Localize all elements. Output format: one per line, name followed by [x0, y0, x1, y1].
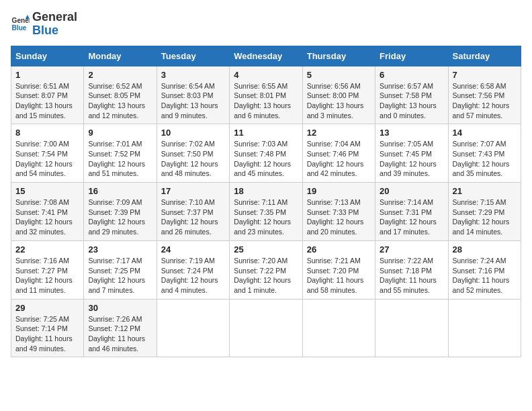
day-number: 11 — [234, 128, 298, 138]
calendar-cell: 14 Sunrise: 7:07 AM Sunset: 7:43 PM Dayl… — [448, 124, 521, 183]
day-number: 15 — [15, 186, 79, 196]
calendar-cell: 19 Sunrise: 7:13 AM Sunset: 7:33 PM Dayl… — [302, 183, 375, 241]
dow-header-monday: Monday — [84, 46, 157, 66]
calendar-cell: 1 Sunrise: 6:51 AM Sunset: 8:07 PM Dayli… — [11, 66, 84, 124]
day-number: 28 — [453, 244, 517, 255]
calendar-cell: 20 Sunrise: 7:14 AM Sunset: 7:31 PM Dayl… — [375, 183, 448, 241]
day-detail: Sunrise: 7:16 AM Sunset: 7:27 PM Dayligh… — [15, 256, 79, 295]
day-detail: Sunrise: 7:09 AM Sunset: 7:39 PM Dayligh… — [88, 197, 152, 237]
calendar-cell: 25 Sunrise: 7:20 AM Sunset: 7:22 PM Dayl… — [230, 240, 302, 299]
day-detail: Sunrise: 7:26 AM Sunset: 7:12 PM Dayligh… — [88, 314, 152, 354]
day-detail: Sunrise: 7:20 AM Sunset: 7:22 PM Dayligh… — [234, 256, 298, 295]
day-number: 30 — [88, 303, 152, 313]
calendar-cell: 5 Sunrise: 6:56 AM Sunset: 8:00 PM Dayli… — [302, 66, 375, 124]
day-detail: Sunrise: 7:22 AM Sunset: 7:18 PM Dayligh… — [380, 256, 443, 295]
day-number: 20 — [380, 186, 443, 196]
logo-general: General — [32, 11, 77, 24]
calendar-cell: 11 Sunrise: 7:03 AM Sunset: 7:48 PM Dayl… — [230, 124, 302, 183]
day-number: 23 — [88, 244, 152, 255]
day-number: 21 — [453, 186, 517, 196]
day-detail: Sunrise: 7:25 AM Sunset: 7:14 PM Dayligh… — [15, 314, 79, 354]
day-detail: Sunrise: 7:24 AM Sunset: 7:16 PM Dayligh… — [453, 256, 517, 295]
day-number: 29 — [15, 303, 79, 313]
day-detail: Sunrise: 7:14 AM Sunset: 7:31 PM Dayligh… — [380, 197, 443, 237]
calendar-cell: 28 Sunrise: 7:24 AM Sunset: 7:16 PM Dayl… — [448, 240, 521, 299]
calendar-table: SundayMondayTuesdayWednesdayThursdayFrid… — [11, 46, 521, 358]
calendar-cell: 26 Sunrise: 7:21 AM Sunset: 7:20 PM Dayl… — [302, 240, 375, 299]
calendar-cell: 13 Sunrise: 7:05 AM Sunset: 7:45 PM Dayl… — [375, 124, 448, 183]
day-number: 8 — [15, 128, 79, 138]
calendar-cell — [157, 299, 229, 357]
day-detail: Sunrise: 7:10 AM Sunset: 7:37 PM Dayligh… — [161, 197, 225, 237]
day-detail: Sunrise: 6:58 AM Sunset: 7:56 PM Dayligh… — [453, 81, 517, 121]
calendar-cell: 2 Sunrise: 6:52 AM Sunset: 8:05 PM Dayli… — [84, 66, 157, 124]
calendar-cell: 16 Sunrise: 7:09 AM Sunset: 7:39 PM Dayl… — [84, 183, 157, 241]
day-number: 18 — [234, 186, 298, 196]
dow-header-wednesday: Wednesday — [230, 46, 302, 66]
dow-header-friday: Friday — [375, 46, 448, 66]
day-number: 9 — [88, 128, 152, 138]
day-number: 14 — [453, 128, 517, 138]
day-detail: Sunrise: 7:03 AM Sunset: 7:48 PM Dayligh… — [234, 139, 298, 179]
calendar-cell: 23 Sunrise: 7:17 AM Sunset: 7:25 PM Dayl… — [84, 240, 157, 299]
day-detail: Sunrise: 7:08 AM Sunset: 7:41 PM Dayligh… — [15, 197, 79, 237]
dow-header-tuesday: Tuesday — [157, 46, 229, 66]
day-detail: Sunrise: 7:07 AM Sunset: 7:43 PM Dayligh… — [453, 139, 517, 179]
calendar-cell: 15 Sunrise: 7:08 AM Sunset: 7:41 PM Dayl… — [11, 183, 84, 241]
calendar-cell: 6 Sunrise: 6:57 AM Sunset: 7:58 PM Dayli… — [375, 66, 448, 124]
day-number: 10 — [161, 128, 225, 138]
day-number: 3 — [161, 70, 225, 80]
page-header: General Blue General Blue — [11, 11, 521, 38]
day-detail: Sunrise: 6:56 AM Sunset: 8:00 PM Dayligh… — [307, 81, 371, 121]
calendar-cell: 24 Sunrise: 7:19 AM Sunset: 7:24 PM Dayl… — [157, 240, 229, 299]
day-detail: Sunrise: 7:05 AM Sunset: 7:45 PM Dayligh… — [380, 139, 443, 179]
day-detail: Sunrise: 7:21 AM Sunset: 7:20 PM Dayligh… — [307, 256, 371, 295]
dow-header-saturday: Saturday — [448, 46, 521, 66]
calendar-cell: 18 Sunrise: 7:11 AM Sunset: 7:35 PM Dayl… — [230, 183, 302, 241]
calendar-cell: 29 Sunrise: 7:25 AM Sunset: 7:14 PM Dayl… — [11, 299, 84, 357]
calendar-cell: 10 Sunrise: 7:02 AM Sunset: 7:50 PM Dayl… — [157, 124, 229, 183]
logo: General Blue General Blue — [11, 11, 77, 38]
day-detail: Sunrise: 7:15 AM Sunset: 7:29 PM Dayligh… — [453, 197, 517, 237]
svg-text:Blue: Blue — [12, 24, 27, 32]
day-number: 4 — [234, 70, 298, 80]
calendar-cell — [448, 299, 521, 357]
logo-blue: Blue — [32, 24, 77, 38]
day-detail: Sunrise: 6:57 AM Sunset: 7:58 PM Dayligh… — [380, 81, 443, 121]
day-detail: Sunrise: 7:01 AM Sunset: 7:52 PM Dayligh… — [88, 139, 152, 179]
calendar-cell: 3 Sunrise: 6:54 AM Sunset: 8:03 PM Dayli… — [157, 66, 229, 124]
day-number: 6 — [380, 70, 443, 80]
dow-header-thursday: Thursday — [302, 46, 375, 66]
calendar-cell: 21 Sunrise: 7:15 AM Sunset: 7:29 PM Dayl… — [448, 183, 521, 241]
calendar-cell: 7 Sunrise: 6:58 AM Sunset: 7:56 PM Dayli… — [448, 66, 521, 124]
calendar-cell — [302, 299, 375, 357]
day-detail: Sunrise: 7:02 AM Sunset: 7:50 PM Dayligh… — [161, 139, 225, 179]
day-detail: Sunrise: 6:54 AM Sunset: 8:03 PM Dayligh… — [161, 81, 225, 121]
calendar-cell: 22 Sunrise: 7:16 AM Sunset: 7:27 PM Dayl… — [11, 240, 84, 299]
calendar-cell: 9 Sunrise: 7:01 AM Sunset: 7:52 PM Dayli… — [84, 124, 157, 183]
calendar-cell: 17 Sunrise: 7:10 AM Sunset: 7:37 PM Dayl… — [157, 183, 229, 241]
day-detail: Sunrise: 6:51 AM Sunset: 8:07 PM Dayligh… — [15, 81, 79, 121]
day-number: 2 — [88, 70, 152, 80]
day-number: 5 — [307, 70, 371, 80]
day-number: 1 — [15, 70, 79, 80]
day-number: 16 — [88, 186, 152, 196]
day-number: 12 — [307, 128, 371, 138]
calendar-cell: 27 Sunrise: 7:22 AM Sunset: 7:18 PM Dayl… — [375, 240, 448, 299]
calendar-cell: 4 Sunrise: 6:55 AM Sunset: 8:01 PM Dayli… — [230, 66, 302, 124]
day-number: 22 — [15, 244, 79, 255]
day-number: 24 — [161, 244, 225, 255]
calendar-cell: 30 Sunrise: 7:26 AM Sunset: 7:12 PM Dayl… — [84, 299, 157, 357]
day-detail: Sunrise: 7:19 AM Sunset: 7:24 PM Dayligh… — [161, 256, 225, 295]
day-number: 25 — [234, 244, 298, 255]
day-detail: Sunrise: 6:52 AM Sunset: 8:05 PM Dayligh… — [88, 81, 152, 121]
day-detail: Sunrise: 7:04 AM Sunset: 7:46 PM Dayligh… — [307, 139, 371, 179]
day-detail: Sunrise: 7:00 AM Sunset: 7:54 PM Dayligh… — [15, 139, 79, 179]
day-detail: Sunrise: 7:13 AM Sunset: 7:33 PM Dayligh… — [307, 197, 371, 237]
day-number: 13 — [380, 128, 443, 138]
day-detail: Sunrise: 7:17 AM Sunset: 7:25 PM Dayligh… — [88, 256, 152, 295]
day-detail: Sunrise: 6:55 AM Sunset: 8:01 PM Dayligh… — [234, 81, 298, 121]
logo-icon: General Blue — [11, 15, 30, 34]
day-number: 26 — [307, 244, 371, 255]
day-number: 27 — [380, 244, 443, 255]
